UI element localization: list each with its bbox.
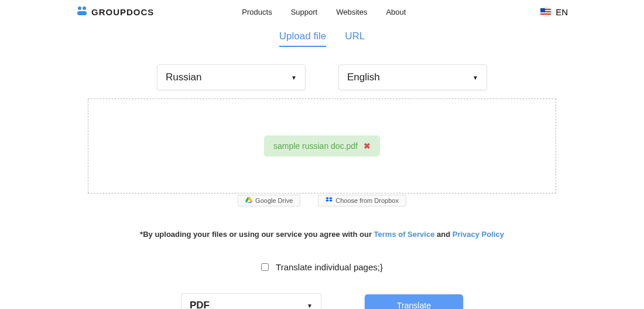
remove-file-icon[interactable]: ✖	[364, 141, 371, 151]
dropbox-button[interactable]: Choose from Dropbox	[318, 195, 406, 206]
nav-about[interactable]: About	[386, 8, 406, 16]
terms-text: *By uploading your files or using our se…	[0, 230, 644, 239]
google-drive-label: Google Drive	[255, 197, 293, 204]
language-row: Russian ▼ English ▼	[0, 64, 644, 90]
google-drive-icon	[245, 197, 252, 204]
translate-pages-row: Translate individual pages;}	[0, 262, 644, 272]
cloud-buttons: Google Drive Choose from Dropbox	[0, 195, 644, 206]
nav: Products Support Websites About	[242, 8, 406, 16]
svg-point-1	[83, 6, 86, 10]
caret-down-icon: ▼	[291, 74, 297, 81]
terms-and: and	[434, 230, 452, 239]
target-language-select[interactable]: English ▼	[338, 64, 487, 90]
terms-of-service-link[interactable]: Terms of Service	[374, 230, 435, 239]
source-language-value: Russian	[166, 72, 201, 83]
privacy-policy-link[interactable]: Privacy Policy	[453, 230, 504, 239]
svg-marker-11	[326, 197, 329, 199]
svg-marker-12	[329, 197, 333, 199]
caret-down-icon: ▼	[307, 303, 313, 309]
terms-prefix: *By uploading your files or using our se…	[140, 230, 374, 239]
logo-icon	[76, 6, 88, 18]
tabs: Upload file URL	[0, 30, 644, 47]
svg-rect-7	[540, 8, 545, 12]
nav-products[interactable]: Products	[242, 8, 272, 16]
dropbox-label: Choose from Dropbox	[335, 197, 399, 204]
google-drive-button[interactable]: Google Drive	[238, 195, 300, 206]
nav-support[interactable]: Support	[291, 8, 318, 16]
dropzone[interactable]: sample russian doc.pdf ✖	[88, 99, 556, 193]
svg-rect-2	[77, 11, 87, 15]
tab-upload-file[interactable]: Upload file	[279, 30, 326, 47]
uploaded-file-name: sample russian doc.pdf	[273, 141, 358, 151]
flag-icon	[540, 6, 551, 17]
language-selector[interactable]: EN	[540, 6, 568, 17]
brand-name: GROUPDOCS	[91, 7, 154, 17]
svg-rect-6	[540, 13, 551, 15]
header: GROUPDOCS Products Support Websites Abou…	[0, 0, 644, 23]
svg-point-0	[78, 6, 81, 10]
svg-marker-14	[329, 199, 333, 202]
logo[interactable]: GROUPDOCS	[76, 6, 154, 18]
nav-websites[interactable]: Websites	[336, 8, 367, 16]
tab-url[interactable]: URL	[345, 30, 365, 47]
output-format-select[interactable]: PDF ▼	[181, 293, 321, 309]
translate-button[interactable]: Translate	[365, 294, 463, 309]
target-language-value: English	[347, 72, 380, 83]
uploaded-file-pill: sample russian doc.pdf ✖	[264, 135, 380, 157]
translate-pages-label: Translate individual pages;}	[276, 262, 383, 272]
caret-down-icon: ▼	[472, 74, 478, 81]
bottom-row: PDF ▼ Translate	[0, 293, 644, 309]
dropbox-icon	[326, 197, 333, 204]
source-language-select[interactable]: Russian ▼	[157, 64, 306, 90]
translate-pages-checkbox[interactable]	[261, 263, 269, 271]
language-code: EN	[556, 7, 568, 17]
output-format-value: PDF	[190, 300, 210, 309]
svg-marker-13	[326, 199, 329, 202]
